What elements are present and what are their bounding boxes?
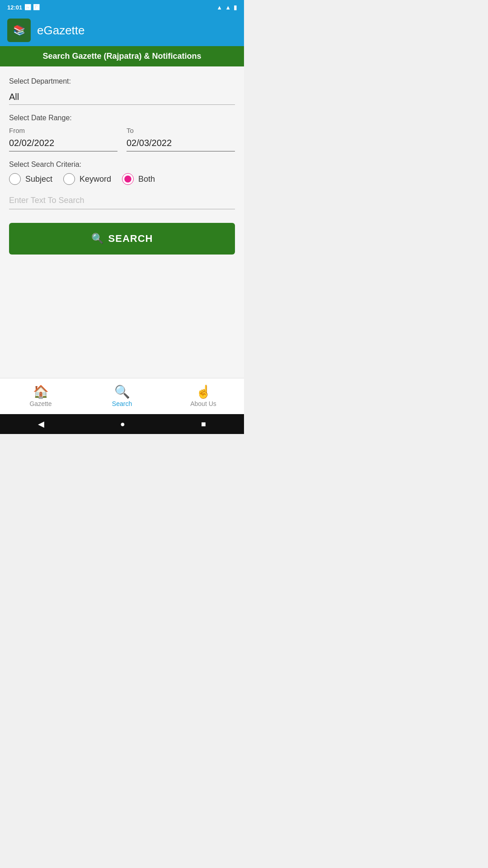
search-text-input[interactable]: [9, 191, 235, 209]
main-content: Select Department: All Select Date Range…: [0, 66, 244, 378]
nav-search-label: Search: [112, 400, 132, 407]
criteria-group: Select Search Criteria: Subject Keyword …: [9, 160, 235, 209]
radio-both[interactable]: [122, 173, 134, 185]
to-field-wrap: To: [127, 127, 235, 151]
search-button[interactable]: 🔍 SEARCH: [9, 223, 235, 255]
criteria-row: Subject Keyword Both: [9, 173, 235, 185]
gazette-icon: 🏠: [33, 386, 49, 398]
department-select[interactable]: All: [9, 90, 235, 105]
department-label: Select Department:: [9, 77, 235, 85]
status-icon-a: 🅰: [25, 4, 31, 11]
nav-gazette-label: Gazette: [29, 400, 52, 407]
system-nav: ◀ ● ■: [0, 414, 244, 434]
department-group: Select Department: All: [9, 77, 235, 105]
status-time: 12:01: [7, 4, 22, 11]
from-label: From: [9, 127, 117, 134]
banner-text: Search Gazette (Rajpatra) & Notification…: [42, 52, 201, 61]
date-range-label: Select Date Range:: [9, 114, 235, 122]
app-logo: 📚: [7, 19, 31, 42]
nav-search[interactable]: 🔍 Search: [81, 378, 163, 414]
to-label: To: [127, 127, 235, 134]
to-date-input[interactable]: [127, 136, 235, 151]
bottom-nav: 🏠 Gazette 🔍 Search ☝ About Us: [0, 378, 244, 414]
about-icon: ☝: [196, 386, 211, 398]
back-button[interactable]: ◀: [38, 419, 44, 429]
nav-about[interactable]: ☝ About Us: [163, 378, 244, 414]
search-button-label: SEARCH: [108, 233, 153, 245]
home-button[interactable]: ●: [120, 420, 125, 429]
radio-keyword[interactable]: [63, 173, 75, 185]
status-bar: 12:01 🅰 🅿 ▲ ▲ ▮: [0, 0, 244, 14]
wifi-icon: ▲: [216, 4, 222, 11]
signal-icon: ▲: [225, 4, 231, 11]
from-date-input[interactable]: [9, 136, 117, 151]
nav-about-label: About Us: [190, 400, 216, 407]
status-right: ▲ ▲ ▮: [216, 4, 237, 11]
battery-icon: ▮: [234, 4, 237, 11]
criteria-subject-label: Subject: [25, 175, 52, 184]
nav-gazette[interactable]: 🏠 Gazette: [0, 378, 81, 414]
app-bar: 📚 eGazette: [0, 14, 244, 46]
from-field-wrap: From: [9, 127, 117, 151]
logo-icon: 📚: [13, 24, 25, 36]
banner: Search Gazette (Rajpatra) & Notification…: [0, 46, 244, 66]
criteria-keyword-label: Keyword: [80, 175, 111, 184]
search-nav-icon: 🔍: [114, 386, 130, 398]
date-range-row: From To: [9, 127, 235, 151]
radio-subject[interactable]: [9, 173, 21, 185]
criteria-keyword[interactable]: Keyword: [63, 173, 111, 185]
criteria-subject[interactable]: Subject: [9, 173, 52, 185]
app-title: eGazette: [37, 24, 85, 38]
criteria-label: Select Search Criteria:: [9, 160, 235, 169]
status-icon-p: 🅿: [33, 4, 39, 11]
search-button-icon: 🔍: [91, 233, 104, 245]
date-range-group: Select Date Range: From To: [9, 114, 235, 151]
recent-button[interactable]: ■: [201, 420, 206, 429]
criteria-both[interactable]: Both: [122, 173, 155, 185]
status-left: 12:01 🅰 🅿: [7, 4, 39, 11]
criteria-both-label: Both: [138, 175, 155, 184]
